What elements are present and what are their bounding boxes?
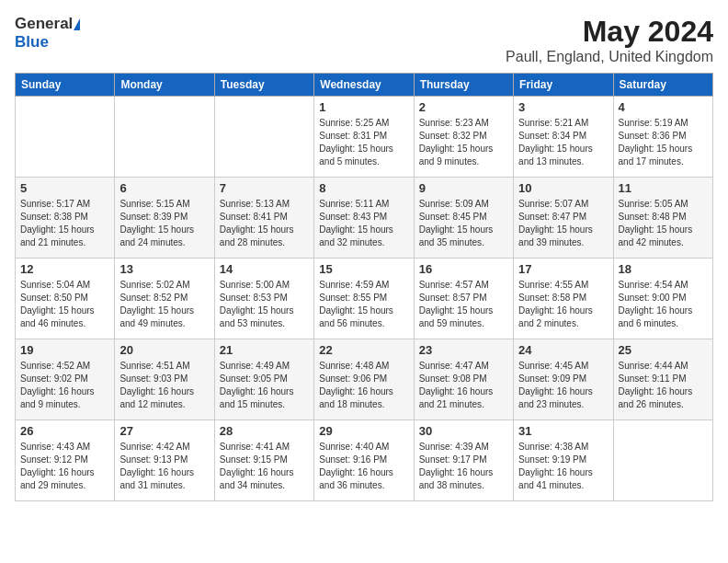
cell-w1-d0 bbox=[16, 97, 115, 178]
day-number: 25 bbox=[619, 343, 708, 357]
cell-w1-d5: 3Sunrise: 5:21 AM Sunset: 8:34 PM Daylig… bbox=[514, 97, 613, 178]
cell-w3-d6: 18Sunrise: 4:54 AM Sunset: 9:00 PM Dayli… bbox=[613, 259, 712, 339]
cell-w4-d4: 23Sunrise: 4:47 AM Sunset: 9:08 PM Dayli… bbox=[414, 339, 513, 420]
day-number: 19 bbox=[20, 343, 109, 357]
cell-info-text: Sunrise: 4:41 AM Sunset: 9:15 PM Dayligh… bbox=[220, 441, 309, 492]
cell-w4-d2: 21Sunrise: 4:49 AM Sunset: 9:05 PM Dayli… bbox=[214, 339, 313, 420]
day-number: 10 bbox=[518, 181, 608, 195]
cell-w5-d5: 31Sunrise: 4:38 AM Sunset: 9:19 PM Dayli… bbox=[514, 420, 613, 501]
cell-w1-d2 bbox=[214, 97, 313, 178]
day-number: 21 bbox=[220, 343, 309, 357]
cell-info-text: Sunrise: 5:23 AM Sunset: 8:32 PM Dayligh… bbox=[419, 117, 508, 168]
week-row-5: 26Sunrise: 4:43 AM Sunset: 9:12 PM Dayli… bbox=[16, 420, 713, 501]
day-number: 30 bbox=[419, 424, 508, 438]
header-row: Sunday Monday Tuesday Wednesday Thursday… bbox=[16, 74, 713, 97]
header-tuesday: Tuesday bbox=[214, 74, 313, 97]
cell-w4-d1: 20Sunrise: 4:51 AM Sunset: 9:03 PM Dayli… bbox=[115, 339, 214, 420]
header-saturday: Saturday bbox=[613, 74, 712, 97]
day-number: 24 bbox=[518, 343, 608, 357]
cell-info-text: Sunrise: 4:49 AM Sunset: 9:05 PM Dayligh… bbox=[220, 360, 309, 411]
cell-w5-d2: 28Sunrise: 4:41 AM Sunset: 9:15 PM Dayli… bbox=[214, 420, 313, 501]
cell-w1-d4: 2Sunrise: 5:23 AM Sunset: 8:32 PM Daylig… bbox=[414, 97, 513, 178]
cell-w3-d4: 16Sunrise: 4:57 AM Sunset: 8:57 PM Dayli… bbox=[414, 259, 513, 339]
week-row-4: 19Sunrise: 4:52 AM Sunset: 9:02 PM Dayli… bbox=[16, 339, 713, 420]
day-number: 8 bbox=[319, 181, 408, 195]
cell-w2-d6: 11Sunrise: 5:05 AM Sunset: 8:48 PM Dayli… bbox=[613, 178, 712, 259]
week-row-2: 5Sunrise: 5:17 AM Sunset: 8:38 PM Daylig… bbox=[16, 178, 713, 259]
title-block: May 2024 Paull, England, United Kingdom bbox=[506, 15, 713, 65]
cell-info-text: Sunrise: 4:45 AM Sunset: 9:09 PM Dayligh… bbox=[518, 360, 608, 411]
cell-info-text: Sunrise: 5:25 AM Sunset: 8:31 PM Dayligh… bbox=[319, 117, 408, 168]
cell-info-text: Sunrise: 4:52 AM Sunset: 9:02 PM Dayligh… bbox=[20, 360, 109, 411]
day-number: 1 bbox=[319, 100, 408, 114]
cell-info-text: Sunrise: 4:54 AM Sunset: 9:00 PM Dayligh… bbox=[619, 279, 708, 330]
day-number: 22 bbox=[319, 343, 408, 357]
cell-w5-d4: 30Sunrise: 4:39 AM Sunset: 9:17 PM Dayli… bbox=[414, 420, 513, 501]
cell-info-text: Sunrise: 5:11 AM Sunset: 8:43 PM Dayligh… bbox=[319, 198, 408, 249]
cell-info-text: Sunrise: 5:21 AM Sunset: 8:34 PM Dayligh… bbox=[518, 117, 608, 168]
cell-info-text: Sunrise: 4:42 AM Sunset: 9:13 PM Dayligh… bbox=[119, 441, 209, 492]
cell-w3-d3: 15Sunrise: 4:59 AM Sunset: 8:55 PM Dayli… bbox=[314, 259, 414, 339]
cell-w4-d6: 25Sunrise: 4:44 AM Sunset: 9:11 PM Dayli… bbox=[613, 339, 712, 420]
day-number: 29 bbox=[319, 424, 408, 438]
cell-w1-d6: 4Sunrise: 5:19 AM Sunset: 8:36 PM Daylig… bbox=[613, 97, 712, 178]
cell-info-text: Sunrise: 5:19 AM Sunset: 8:36 PM Dayligh… bbox=[619, 117, 708, 168]
day-number: 17 bbox=[518, 262, 608, 276]
day-number: 5 bbox=[20, 181, 109, 195]
cell-info-text: Sunrise: 5:05 AM Sunset: 8:48 PM Dayligh… bbox=[619, 198, 708, 249]
day-number: 15 bbox=[319, 262, 408, 276]
cell-info-text: Sunrise: 5:02 AM Sunset: 8:52 PM Dayligh… bbox=[119, 279, 209, 330]
header-wednesday: Wednesday bbox=[314, 74, 414, 97]
cell-info-text: Sunrise: 4:44 AM Sunset: 9:11 PM Dayligh… bbox=[619, 360, 708, 411]
cell-w5-d1: 27Sunrise: 4:42 AM Sunset: 9:13 PM Dayli… bbox=[115, 420, 214, 501]
cell-w5-d6 bbox=[613, 420, 712, 501]
logo: General Blue bbox=[15, 15, 80, 52]
header-monday: Monday bbox=[115, 74, 214, 97]
week-row-1: 1Sunrise: 5:25 AM Sunset: 8:31 PM Daylig… bbox=[16, 97, 713, 178]
cell-w2-d0: 5Sunrise: 5:17 AM Sunset: 8:38 PM Daylig… bbox=[16, 178, 115, 259]
header-friday: Friday bbox=[514, 74, 613, 97]
day-number: 9 bbox=[419, 181, 508, 195]
day-number: 16 bbox=[419, 262, 508, 276]
day-number: 2 bbox=[419, 100, 508, 114]
month-year-title: May 2024 bbox=[506, 15, 713, 49]
day-number: 31 bbox=[518, 424, 608, 438]
cell-info-text: Sunrise: 5:00 AM Sunset: 8:53 PM Dayligh… bbox=[220, 279, 309, 330]
day-number: 14 bbox=[220, 262, 309, 276]
page-header: General Blue May 2024 Paull, England, Un… bbox=[15, 15, 713, 65]
cell-w4-d3: 22Sunrise: 4:48 AM Sunset: 9:06 PM Dayli… bbox=[314, 339, 414, 420]
cell-w4-d5: 24Sunrise: 4:45 AM Sunset: 9:09 PM Dayli… bbox=[514, 339, 613, 420]
cell-w2-d2: 7Sunrise: 5:13 AM Sunset: 8:41 PM Daylig… bbox=[214, 178, 313, 259]
week-row-3: 12Sunrise: 5:04 AM Sunset: 8:50 PM Dayli… bbox=[16, 259, 713, 339]
day-number: 4 bbox=[619, 100, 708, 114]
logo-general: General bbox=[15, 15, 73, 33]
cell-w2-d5: 10Sunrise: 5:07 AM Sunset: 8:47 PM Dayli… bbox=[514, 178, 613, 259]
cell-w3-d5: 17Sunrise: 4:55 AM Sunset: 8:58 PM Dayli… bbox=[514, 259, 613, 339]
cell-info-text: Sunrise: 5:15 AM Sunset: 8:39 PM Dayligh… bbox=[119, 198, 209, 249]
cell-w2-d4: 9Sunrise: 5:09 AM Sunset: 8:45 PM Daylig… bbox=[414, 178, 513, 259]
cell-w5-d0: 26Sunrise: 4:43 AM Sunset: 9:12 PM Dayli… bbox=[16, 420, 115, 501]
cell-info-text: Sunrise: 4:43 AM Sunset: 9:12 PM Dayligh… bbox=[20, 441, 109, 492]
cell-w3-d0: 12Sunrise: 5:04 AM Sunset: 8:50 PM Dayli… bbox=[16, 259, 115, 339]
day-number: 3 bbox=[518, 100, 608, 114]
cell-info-text: Sunrise: 4:57 AM Sunset: 8:57 PM Dayligh… bbox=[419, 279, 508, 330]
header-sunday: Sunday bbox=[16, 74, 115, 97]
cell-info-text: Sunrise: 4:39 AM Sunset: 9:17 PM Dayligh… bbox=[419, 441, 508, 492]
cell-info-text: Sunrise: 5:07 AM Sunset: 8:47 PM Dayligh… bbox=[518, 198, 608, 249]
location-subtitle: Paull, England, United Kingdom bbox=[506, 49, 713, 65]
calendar-table: Sunday Monday Tuesday Wednesday Thursday… bbox=[15, 73, 713, 501]
header-thursday: Thursday bbox=[414, 74, 513, 97]
cell-w1-d3: 1Sunrise: 5:25 AM Sunset: 8:31 PM Daylig… bbox=[314, 97, 414, 178]
cell-info-text: Sunrise: 5:17 AM Sunset: 8:38 PM Dayligh… bbox=[20, 198, 109, 249]
cell-info-text: Sunrise: 4:47 AM Sunset: 9:08 PM Dayligh… bbox=[419, 360, 508, 411]
logo-triangle-icon bbox=[74, 18, 80, 30]
cell-info-text: Sunrise: 5:09 AM Sunset: 8:45 PM Dayligh… bbox=[419, 198, 508, 249]
cell-w5-d3: 29Sunrise: 4:40 AM Sunset: 9:16 PM Dayli… bbox=[314, 420, 414, 501]
cell-info-text: Sunrise: 5:13 AM Sunset: 8:41 PM Dayligh… bbox=[220, 198, 309, 249]
day-number: 28 bbox=[220, 424, 309, 438]
cell-info-text: Sunrise: 4:48 AM Sunset: 9:06 PM Dayligh… bbox=[319, 360, 408, 411]
logo-blue: Blue bbox=[15, 33, 49, 51]
day-number: 12 bbox=[20, 262, 109, 276]
cell-info-text: Sunrise: 4:55 AM Sunset: 8:58 PM Dayligh… bbox=[518, 279, 608, 330]
cell-w2-d1: 6Sunrise: 5:15 AM Sunset: 8:39 PM Daylig… bbox=[115, 178, 214, 259]
